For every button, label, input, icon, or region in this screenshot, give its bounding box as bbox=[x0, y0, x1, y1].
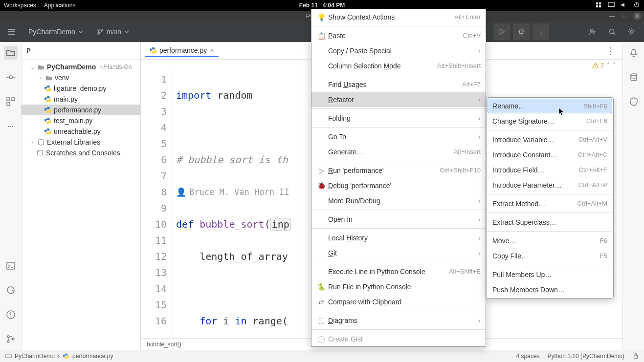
tree-file-testmain[interactable]: test_main.py bbox=[22, 115, 140, 126]
collab-icon[interactable] bbox=[584, 23, 601, 40]
minimize-button[interactable]: — bbox=[608, 12, 616, 20]
tree-root-label: PyCharmDemo bbox=[47, 63, 96, 71]
main-menu-button[interactable] bbox=[4, 24, 20, 40]
breadcrumb-label: bubble_sort() bbox=[147, 341, 181, 348]
sub-introduce-variable[interactable]: Introduce Variable…Ctrl+Alt+V bbox=[488, 132, 612, 147]
sound-icon[interactable] bbox=[621, 1, 627, 10]
project-panel: P ⌄ PyCharmDemo ~/Hands-On › venv ligatu… bbox=[22, 42, 141, 350]
search-icon[interactable] bbox=[604, 23, 621, 40]
python-icon: 🐍 bbox=[316, 283, 326, 291]
tree-file-unreachable[interactable]: unreachable.py bbox=[22, 126, 140, 137]
warnings-badge[interactable]: 2 bbox=[592, 62, 604, 69]
ctx-exec-line[interactable]: Execute Line in Python ConsoleAlt+Shift+… bbox=[311, 264, 486, 279]
svg-point-14 bbox=[9, 76, 12, 79]
ctx-copy-paste-special[interactable]: Copy / Paste Special› bbox=[311, 43, 486, 58]
run-button[interactable] bbox=[493, 23, 510, 40]
gnome-time[interactable]: 4:04 PM bbox=[323, 2, 345, 9]
vcs-tool-icon[interactable] bbox=[4, 332, 18, 346]
status-folder-icon[interactable] bbox=[5, 352, 12, 361]
more-tool-icon[interactable]: ⋯ bbox=[4, 119, 18, 133]
ctx-show-context-actions[interactable]: 💡 Show Context ActionsAlt+Enter bbox=[311, 9, 486, 24]
status-interpreter[interactable]: Python 3.10 (PyCharmDemo) bbox=[548, 353, 624, 360]
status-crumb-project[interactable]: PyCharmDemo bbox=[15, 353, 55, 360]
database-icon[interactable] bbox=[627, 70, 641, 84]
svg-rect-16 bbox=[12, 98, 15, 101]
chevron-right-icon: › bbox=[58, 353, 60, 360]
tree-scratches[interactable]: Scratches and Consoles bbox=[22, 148, 140, 158]
ctx-run[interactable]: ▷ Run 'performance'Ctrl+Shift+F10 bbox=[311, 163, 486, 178]
tree-external-label: External Libraries bbox=[47, 138, 100, 146]
close-tab-icon[interactable]: × bbox=[210, 46, 214, 54]
problems-tool-icon[interactable] bbox=[4, 308, 18, 321]
debug-button[interactable] bbox=[513, 23, 530, 40]
tree-external[interactable]: › External Libraries bbox=[22, 137, 140, 148]
maximize-button[interactable]: □ bbox=[621, 12, 628, 20]
tree-file-performance[interactable]: performance.py bbox=[22, 105, 140, 115]
tree-file-main[interactable]: main.py bbox=[22, 94, 140, 105]
tree-venv[interactable]: › venv bbox=[22, 72, 140, 83]
next-highlight-icon[interactable]: ˅ bbox=[613, 62, 616, 69]
sub-rename[interactable]: Rename…Shift+F6 bbox=[488, 99, 612, 113]
tree-file-ligature[interactable]: ligature_demo.py bbox=[22, 83, 140, 94]
lock-icon[interactable] bbox=[632, 352, 639, 361]
ctx-debug[interactable]: 🐞 Debug 'performance' bbox=[311, 178, 486, 193]
settings-icon[interactable] bbox=[623, 23, 640, 40]
bulb-icon: 💡 bbox=[316, 13, 326, 21]
gnome-applications[interactable]: Applications bbox=[44, 2, 76, 9]
ctx-compare-clipboard[interactable]: ⇄ Compare with Clipboard bbox=[311, 294, 486, 309]
terminal-tool-icon[interactable] bbox=[4, 259, 18, 273]
ctx-refactor[interactable]: Refactor› bbox=[311, 92, 486, 107]
ctx-folding[interactable]: Folding› bbox=[311, 110, 486, 126]
sub-move[interactable]: Move…F6 bbox=[488, 233, 612, 248]
ctx-generate[interactable]: Generate…Alt+Insert bbox=[311, 144, 486, 159]
ctx-run-file-console[interactable]: 🐍 Run File in Python Console bbox=[311, 279, 486, 294]
ctx-goto[interactable]: Go To› bbox=[311, 129, 486, 144]
ctx-diagrams[interactable]: ⬚ Diagrams› bbox=[311, 313, 486, 328]
ctx-find-usages[interactable]: Find UsagesAlt+F7 bbox=[311, 77, 486, 92]
sub-extract-method[interactable]: Extract Method…Ctrl+Alt+M bbox=[488, 196, 612, 211]
svg-rect-0 bbox=[596, 2, 598, 4]
tray-icon[interactable] bbox=[595, 1, 602, 10]
editor-tab-label: performance.py bbox=[159, 46, 207, 54]
editor-tab-performance[interactable]: performance.py × bbox=[145, 44, 219, 57]
ctx-git[interactable]: Git› bbox=[311, 245, 486, 260]
sub-introduce-parameter[interactable]: Introduce Parameter…Ctrl+Alt+P bbox=[488, 177, 612, 192]
more-actions-button[interactable]: ⋮ bbox=[533, 23, 549, 40]
project-header-label: P bbox=[26, 47, 31, 54]
sub-extract-superclass[interactable]: Extract Superclass… bbox=[488, 214, 612, 230]
tab-more-button[interactable]: ⋮ bbox=[602, 45, 619, 56]
sub-copy-file[interactable]: Copy File…F5 bbox=[488, 248, 612, 263]
gnome-date[interactable]: Feb 11 bbox=[299, 2, 318, 9]
ctx-local-history[interactable]: Local History› bbox=[311, 230, 486, 245]
python-console-icon[interactable] bbox=[4, 283, 18, 297]
notifications-icon[interactable] bbox=[627, 46, 641, 60]
sub-introduce-constant[interactable]: Introduce Constant…Ctrl+Alt+C bbox=[488, 147, 612, 162]
ctx-more-run[interactable]: More Run/Debug› bbox=[311, 193, 486, 208]
structure-tool-icon[interactable] bbox=[4, 95, 18, 108]
ctx-open-in[interactable]: Open In› bbox=[311, 212, 486, 227]
git-branch-selector[interactable]: main bbox=[92, 26, 134, 38]
sub-push-members-down[interactable]: Push Members Down… bbox=[488, 282, 612, 297]
sub-change-signature[interactable]: Change Signature…Ctrl+F6 bbox=[488, 113, 612, 128]
project-tree[interactable]: ⌄ PyCharmDemo ~/Hands-On › venv ligature… bbox=[22, 60, 140, 160]
power-icon[interactable] bbox=[633, 1, 640, 10]
status-crumb-file[interactable]: performance.py bbox=[72, 353, 113, 360]
commit-tool-icon[interactable] bbox=[4, 70, 18, 84]
close-button[interactable]: ✕ bbox=[633, 12, 641, 20]
ctx-column-selection[interactable]: Column Selection ModeAlt+Shift+Insert bbox=[311, 58, 486, 73]
left-tool-rail: ⋯ bbox=[0, 42, 22, 350]
prev-highlight-icon[interactable]: ˄ bbox=[607, 62, 610, 69]
status-indent[interactable]: 4 spaces bbox=[516, 353, 540, 360]
tree-root[interactable]: ⌄ PyCharmDemo ~/Hands-On bbox=[22, 62, 140, 72]
ctx-paste[interactable]: 📋 PasteCtrl+V bbox=[311, 28, 486, 43]
svg-rect-17 bbox=[7, 103, 10, 106]
ctx-create-gist[interactable]: ◯ Create Gist bbox=[311, 331, 486, 346]
network-icon[interactable] bbox=[608, 1, 615, 10]
project-selector[interactable]: PyCharmDemo bbox=[23, 26, 88, 38]
shield-icon[interactable] bbox=[627, 95, 641, 108]
sub-pull-members-up[interactable]: Pull Members Up… bbox=[488, 267, 612, 282]
gnome-workspaces[interactable]: Workspaces bbox=[4, 2, 36, 9]
sub-introduce-field[interactable]: Introduce Field…Ctrl+Alt+F bbox=[488, 162, 612, 177]
project-tool-icon[interactable] bbox=[4, 46, 18, 60]
branch-name: main bbox=[107, 28, 121, 36]
